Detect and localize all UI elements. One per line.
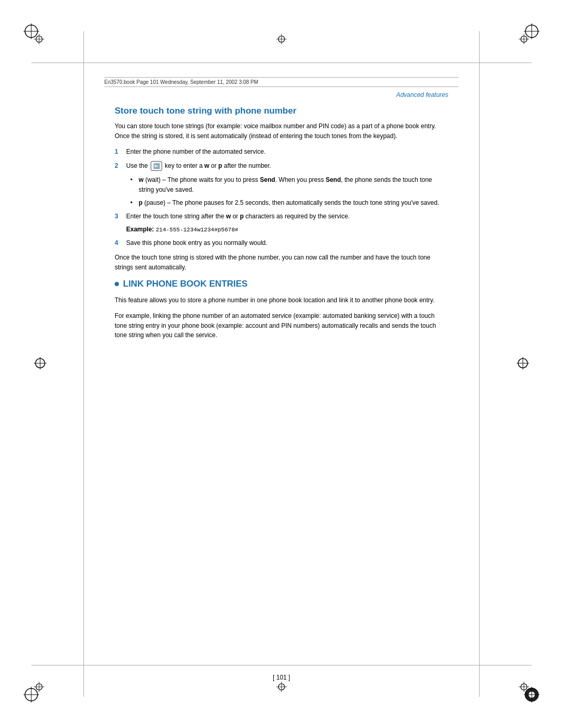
step-4: 4 Save this phone book entry as you norm… bbox=[115, 238, 448, 248]
reg-mark-ml bbox=[34, 357, 46, 372]
step-4-text: Save this phone book entry as you normal… bbox=[126, 238, 448, 248]
reg-mark-mr bbox=[517, 357, 529, 372]
example-line: Example: 214-555-1234w1234#p5678# bbox=[126, 226, 448, 233]
content-area: Advanced features Store touch tone strin… bbox=[115, 91, 448, 645]
section2-para2: For example, linking the phone number of… bbox=[115, 311, 448, 340]
numbered-list: 1 Enter the phone number of the automate… bbox=[115, 147, 448, 248]
step-3-text: Enter the touch tone string after the w … bbox=[126, 212, 448, 221]
bullet-list: • w (wait) – The phone waits for you to … bbox=[130, 175, 448, 207]
section2-heading: LINK PHONE BOOK ENTRIES bbox=[115, 279, 448, 289]
reg-crosshair-tm bbox=[276, 34, 287, 46]
step-1: 1 Enter the phone number of the automate… bbox=[115, 147, 448, 157]
step-2: 2 Use the ⬅️ key to enter a w or p after… bbox=[115, 161, 448, 171]
bullet-1: • w (wait) – The phone waits for you to … bbox=[130, 175, 448, 194]
trim-line-left bbox=[83, 31, 84, 697]
step-3: 3 Enter the touch tone string after the … bbox=[115, 212, 448, 221]
trim-line-right bbox=[479, 31, 480, 697]
step-3-num: 3 bbox=[115, 212, 126, 221]
bullet-dot-2: • bbox=[130, 198, 139, 208]
file-info-text: En3570.book Page 101 Wednesday, Septembe… bbox=[104, 79, 258, 85]
reg-crosshair-tl bbox=[34, 34, 44, 46]
section2-heading-text: LINK PHONE BOOK ENTRIES bbox=[123, 279, 248, 289]
bullet-dot-1: • bbox=[130, 175, 139, 194]
reg-crosshair-tr bbox=[519, 34, 529, 46]
trim-line-bottom bbox=[31, 665, 532, 665]
bullet-1-text: w (wait) – The phone waits for you to pr… bbox=[139, 175, 448, 194]
section-label: Advanced features bbox=[115, 91, 448, 98]
key-icon: ⬅️ bbox=[151, 161, 162, 171]
section2-bullet-dot bbox=[115, 282, 119, 286]
section1-closing: Once the touch tone string is stored wit… bbox=[115, 253, 448, 272]
page-number: [ 101 ] bbox=[273, 674, 290, 681]
bullet-2-text: p (pause) – The phone pauses for 2.5 sec… bbox=[139, 198, 448, 208]
example-code: 214-555-1234w1234#p5678# bbox=[156, 227, 238, 233]
step-4-num: 4 bbox=[115, 238, 126, 248]
step-1-num: 1 bbox=[115, 147, 126, 157]
page-footer: [ 101 ] bbox=[0, 674, 563, 681]
header-info: En3570.book Page 101 Wednesday, Septembe… bbox=[104, 77, 459, 87]
section2-para1: This feature allows you to store a phone… bbox=[115, 295, 448, 305]
page: En3570.book Page 101 Wednesday, Septembe… bbox=[0, 0, 563, 728]
step-1-text: Enter the phone number of the automated … bbox=[126, 147, 448, 157]
section1-heading: Store touch tone string with phone numbe… bbox=[115, 106, 448, 116]
step-2-text: Use the ⬅️ key to enter a w or p after t… bbox=[126, 161, 448, 171]
section1-intro: You can store touch tone strings (for ex… bbox=[115, 121, 448, 141]
reg-crosshair-bl bbox=[34, 682, 44, 694]
bullet-2: • p (pause) – The phone pauses for 2.5 s… bbox=[130, 198, 448, 208]
trim-line-top bbox=[31, 63, 532, 63]
reg-crosshair-bm bbox=[276, 682, 287, 694]
reg-crosshair-br bbox=[519, 682, 529, 694]
step-2-num: 2 bbox=[115, 161, 126, 171]
